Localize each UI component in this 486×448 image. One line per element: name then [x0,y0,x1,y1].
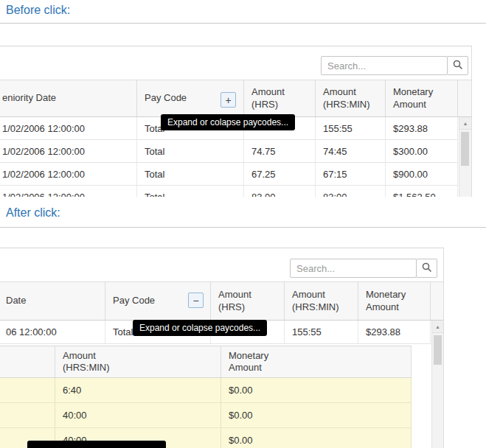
cell-monetary: $0.00 [221,403,412,427]
table-row[interactable]: 1/02/2006 12:00:00 Total 74.75 74:45 $30… [0,140,458,163]
cell-blank [0,403,55,427]
column-header-seniority-date[interactable]: eniority Date [0,80,137,116]
detail-column-header-blank [0,346,55,377]
column-header-monetary-amount[interactable]: Monetary Amount [386,80,458,116]
divider [0,227,486,228]
cut-off-tooltip [27,441,166,448]
after-grid-header: Date Pay Code Amount (HRS) Amount (HRS:M… [0,282,444,321]
search-button[interactable] [416,259,437,278]
vertical-scrollbar[interactable]: ▲ [459,117,471,197]
detail-grid-header: Amount (HRS:MIN) Monetary Amount [0,346,412,378]
after-grid-toolbar [0,248,443,282]
detail-column-label: Monetary Amount [229,350,288,374]
column-header-monetary-amount[interactable]: Monetary Amount [358,282,431,320]
column-header-date[interactable]: Date [0,282,105,320]
header-filler [431,282,444,320]
table-row[interactable]: 1/02/2006 12:00:00 Total 67.25 67:15 $90… [0,163,458,186]
divider [0,23,486,24]
scroll-up-icon[interactable]: ▲ [432,321,443,333]
cell-amount-hrsmin: 74:45 [316,140,386,162]
cell-amount-hrsmin: 67:15 [316,163,386,185]
cell-amount-hrsmin: 40:00 [55,403,221,427]
detail-row[interactable]: 40:00 $0.00 [0,403,412,428]
column-header-amount-hrs[interactable]: Amount (HRS) [244,80,316,116]
expand-collapse-tooltip: Expand or colapse paycodes... [161,114,295,130]
expand-paycodes-button[interactable]: + [221,92,236,108]
cell-paycode: Total [137,140,244,162]
cell-monetary: $900.00 [386,163,458,185]
cell-amount-hrs: 83.00 [244,186,316,197]
cell-monetary: $0.00 [221,428,412,448]
cell-monetary: $300.00 [386,140,458,162]
column-header-amount-hrsmin[interactable]: Amount (HRS:MIN) [316,80,386,116]
cell-monetary: $293.88 [386,117,458,139]
cell-date: 06 12:00:00 [0,321,105,343]
detail-column-label: Amount (HRS:MIN) [63,350,122,374]
cell-amount-hrsmin: 83:00 [316,186,386,197]
search-input[interactable] [321,56,448,75]
cell-date: 1/02/2006 12:00:00 [0,140,137,162]
detail-row[interactable]: 6:40 $0.00 [0,378,412,403]
before-grid-header: eniority Date Pay Code Amount (HRS) Amou… [0,80,472,117]
after-grid: Date Pay Code Amount (HRS) Amount (HRS:M… [0,248,444,448]
after-heading: After click: [6,206,60,220]
before-grid: eniority Date Pay Code Amount (HRS) Amou… [0,46,472,197]
vertical-scrollbar[interactable]: ▲ [431,321,443,448]
search-icon [422,262,432,275]
header-filler [458,80,472,116]
column-header-amount-hrsmin[interactable]: Amount (HRS:MIN) [285,282,358,320]
cell-monetary: $1,562.50 [386,186,458,197]
collapse-paycodes-button[interactable]: − [188,293,204,308]
search-button[interactable] [447,56,468,75]
scroll-up-icon[interactable]: ▲ [459,117,471,130]
cell-blank [0,378,55,402]
cell-monetary: $0.00 [221,378,412,402]
table-row[interactable]: 1/02/2006 12:00:00 Total 83.00 83:00 $1,… [0,186,458,197]
column-header-amount-hrs[interactable]: Amount (HRS) [211,282,285,320]
expand-collapse-tooltip: Expand or colapse paycodes... [133,320,267,336]
cell-paycode: Total [137,163,244,185]
scrollbar-thumb[interactable] [434,335,442,365]
cell-amount-hrs: 74.75 [244,140,316,162]
cell-amount-hrsmin: 155:55 [285,321,358,343]
detail-column-header-amount-hrsmin[interactable]: Amount (HRS:MIN) [55,346,221,377]
search-icon [453,60,463,72]
detail-column-header-monetary-amount[interactable]: Monetary Amount [221,346,412,377]
cell-date: 1/02/2006 12:00:00 [0,117,137,139]
scrollbar-thumb[interactable] [461,132,469,166]
cell-amount-hrsmin: 155:55 [316,117,386,139]
search-input[interactable] [290,259,417,278]
cell-paycode: Total [137,186,244,197]
cell-date: 1/02/2006 12:00:00 [0,163,137,185]
before-heading: Before click: [6,4,70,17]
cell-amount-hrs: 67.25 [244,163,316,185]
before-grid-toolbar [0,46,471,80]
cell-monetary: $293.88 [358,321,431,343]
cell-date: 1/02/2006 12:00:00 [0,186,137,197]
cell-amount-hrsmin: 6:40 [55,378,221,402]
